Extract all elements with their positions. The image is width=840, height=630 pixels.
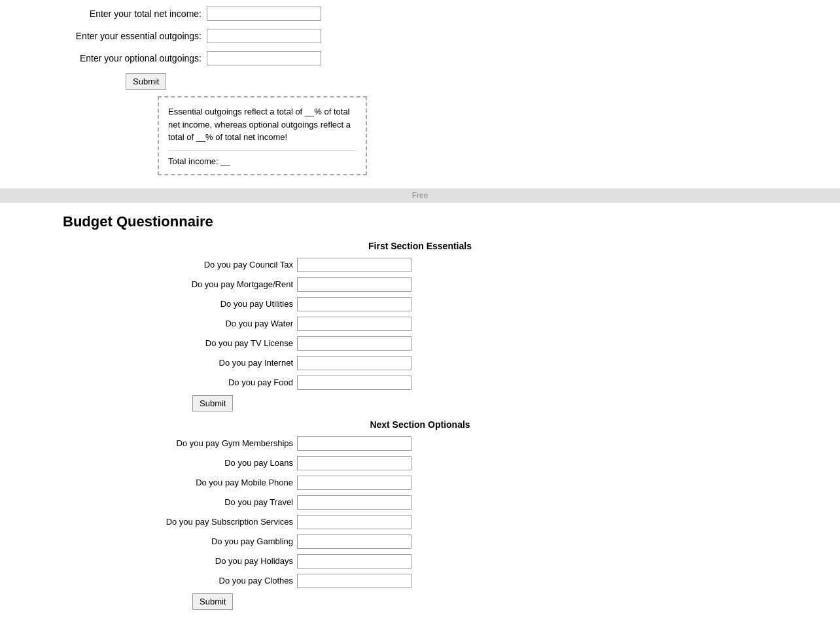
- free-bar: Free: [0, 188, 840, 203]
- optional-outgoings-label: Enter your optional outgoings:: [63, 53, 207, 63]
- second-section-submit-button[interactable]: Submit: [192, 593, 233, 610]
- second-field-label-0: Do you pay Gym Memberships: [63, 438, 297, 448]
- first-field-label-5: Do you pay Internet: [63, 358, 297, 368]
- table-row: Do you pay Gym Memberships: [63, 436, 416, 451]
- net-income-input[interactable]: [207, 7, 321, 21]
- table-row: Do you pay Internet: [63, 356, 416, 370]
- second-field-input-3[interactable]: [297, 495, 411, 510]
- table-row: Do you pay Water: [63, 317, 416, 331]
- essential-outgoings-label: Enter your essential outgoings:: [63, 31, 207, 41]
- table-row: Do you pay Travel: [63, 495, 416, 510]
- second-field-input-5[interactable]: [297, 534, 411, 549]
- second-field-label-1: Do you pay Loans: [63, 458, 297, 468]
- second-field-input-4[interactable]: [297, 515, 411, 529]
- first-field-input-3[interactable]: [297, 317, 411, 331]
- results-text: Essential outgoings reflect a total of _…: [168, 105, 357, 144]
- table-row: Do you pay Gambling: [63, 534, 416, 549]
- first-section-header: First Section Essentials: [63, 241, 777, 251]
- first-field-label-3: Do you pay Water: [63, 319, 297, 328]
- second-field-input-6[interactable]: [297, 554, 411, 569]
- table-row: Do you pay Loans: [63, 456, 416, 470]
- first-field-input-4[interactable]: [297, 336, 411, 351]
- second-field-label-3: Do you pay Travel: [63, 497, 297, 507]
- table-row: Do you pay Food: [63, 376, 416, 390]
- results-box: Essential outgoings reflect a total of _…: [158, 96, 367, 175]
- first-field-input-2[interactable]: [297, 297, 411, 311]
- first-field-input-6[interactable]: [297, 376, 411, 390]
- budget-title: Budget Questionnaire: [63, 213, 777, 230]
- top-submit-button[interactable]: Submit: [126, 73, 166, 90]
- essential-outgoings-input[interactable]: [207, 29, 321, 43]
- table-row: Do you pay Subscription Services: [63, 515, 416, 529]
- table-row: Do you pay Holidays: [63, 554, 416, 569]
- total-income-display: Total income: __: [168, 150, 357, 166]
- second-field-input-7[interactable]: [297, 574, 411, 588]
- first-field-label-0: Do you pay Council Tax: [63, 260, 297, 270]
- second-field-label-5: Do you pay Gambling: [63, 536, 297, 546]
- first-field-input-5[interactable]: [297, 356, 411, 370]
- second-field-input-2[interactable]: [297, 476, 411, 490]
- second-section-header: Next Section Optionals: [63, 419, 777, 430]
- second-field-label-4: Do you pay Subscription Services: [63, 517, 297, 527]
- first-section-form: Do you pay Council TaxDo you pay Mortgag…: [63, 258, 777, 419]
- first-field-label-1: Do you pay Mortgage/Rent: [63, 279, 297, 289]
- second-section-form: Do you pay Gym MembershipsDo you pay Loa…: [63, 436, 777, 618]
- table-row: Do you pay Utilities: [63, 297, 416, 311]
- first-field-label-2: Do you pay Utilities: [63, 299, 297, 309]
- net-income-label: Enter your total net income:: [63, 9, 207, 19]
- table-row: Do you pay Council Tax: [63, 258, 416, 272]
- second-field-label-2: Do you pay Mobile Phone: [63, 478, 297, 487]
- table-row: Do you pay Mobile Phone: [63, 476, 416, 490]
- second-field-label-6: Do you pay Holidays: [63, 556, 297, 566]
- first-field-label-6: Do you pay Food: [63, 377, 297, 387]
- optional-outgoings-input[interactable]: [207, 51, 321, 65]
- second-field-label-7: Do you pay Clothes: [63, 576, 297, 586]
- first-field-input-1[interactable]: [297, 277, 411, 292]
- first-field-label-4: Do you pay TV License: [63, 338, 297, 348]
- second-field-input-0[interactable]: [297, 436, 411, 451]
- table-row: Do you pay Clothes: [63, 574, 416, 588]
- table-row: Do you pay Mortgage/Rent: [63, 277, 416, 292]
- first-field-input-0[interactable]: [297, 258, 411, 272]
- second-field-input-1[interactable]: [297, 456, 411, 470]
- table-row: Do you pay TV License: [63, 336, 416, 351]
- first-section-submit-button[interactable]: Submit: [192, 395, 233, 411]
